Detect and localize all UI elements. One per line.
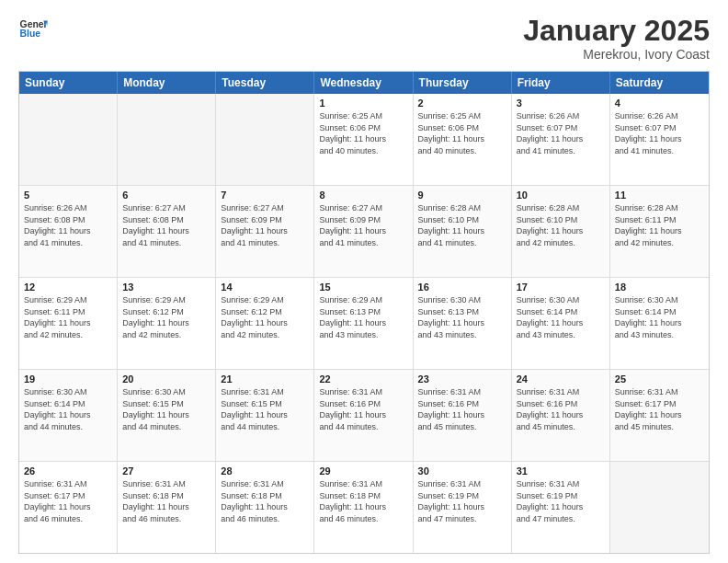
day-info: Sunrise: 6:29 AMSunset: 6:12 PMDaylight:…: [122, 294, 210, 340]
day-number: 13: [122, 282, 210, 293]
day-number: 2: [418, 98, 506, 109]
day-info: Sunrise: 6:29 AMSunset: 6:11 PMDaylight:…: [24, 294, 112, 340]
day-info: Sunrise: 6:29 AMSunset: 6:13 PMDaylight:…: [319, 294, 407, 340]
calendar-cell: 19Sunrise: 6:30 AMSunset: 6:14 PMDayligh…: [19, 370, 118, 461]
svg-text:Blue: Blue: [20, 29, 41, 39]
day-number: 17: [517, 282, 605, 293]
calendar-cell: 24Sunrise: 6:31 AMSunset: 6:16 PMDayligh…: [512, 370, 610, 461]
day-info: Sunrise: 6:31 AMSunset: 6:18 PMDaylight:…: [122, 478, 210, 524]
logo-icon: General Blue: [18, 15, 48, 44]
calendar-row: 26Sunrise: 6:31 AMSunset: 6:17 PMDayligh…: [19, 462, 709, 553]
calendar-cell: 29Sunrise: 6:31 AMSunset: 6:18 PMDayligh…: [314, 462, 413, 553]
day-number: 8: [319, 190, 407, 201]
calendar-cell: 23Sunrise: 6:31 AMSunset: 6:16 PMDayligh…: [414, 370, 512, 461]
day-info: Sunrise: 6:30 AMSunset: 6:14 PMDaylight:…: [24, 386, 112, 432]
day-info: Sunrise: 6:30 AMSunset: 6:14 PMDaylight:…: [615, 294, 704, 340]
day-info: Sunrise: 6:31 AMSunset: 6:16 PMDaylight:…: [319, 386, 407, 432]
day-info: Sunrise: 6:28 AMSunset: 6:10 PMDaylight:…: [517, 202, 605, 248]
calendar-cell: [19, 94, 118, 185]
calendar-cell: 21Sunrise: 6:31 AMSunset: 6:15 PMDayligh…: [216, 370, 314, 461]
calendar-cell: 18Sunrise: 6:30 AMSunset: 6:14 PMDayligh…: [610, 278, 709, 369]
day-number: 12: [24, 282, 112, 293]
day-number: 5: [24, 190, 112, 201]
weekday-header-wednesday: Wednesday: [314, 72, 413, 94]
calendar-cell: 10Sunrise: 6:28 AMSunset: 6:10 PMDayligh…: [512, 186, 610, 277]
day-info: Sunrise: 6:27 AMSunset: 6:08 PMDaylight:…: [122, 202, 210, 248]
calendar-cell: 4Sunrise: 6:26 AMSunset: 6:07 PMDaylight…: [610, 94, 709, 185]
day-info: Sunrise: 6:31 AMSunset: 6:19 PMDaylight:…: [517, 478, 605, 524]
day-info: Sunrise: 6:31 AMSunset: 6:18 PMDaylight:…: [221, 478, 309, 524]
day-number: 22: [319, 373, 407, 385]
day-info: Sunrise: 6:30 AMSunset: 6:15 PMDaylight:…: [122, 386, 210, 432]
calendar: SundayMondayTuesdayWednesdayThursdayFrid…: [18, 71, 710, 554]
day-info: Sunrise: 6:29 AMSunset: 6:12 PMDaylight:…: [221, 294, 309, 340]
calendar-row: 12Sunrise: 6:29 AMSunset: 6:11 PMDayligh…: [19, 278, 709, 370]
day-number: 7: [221, 190, 309, 201]
calendar-cell: 17Sunrise: 6:30 AMSunset: 6:14 PMDayligh…: [512, 278, 610, 369]
calendar-cell: 20Sunrise: 6:30 AMSunset: 6:15 PMDayligh…: [118, 370, 216, 461]
day-number: 21: [221, 373, 309, 385]
calendar-cell: 15Sunrise: 6:29 AMSunset: 6:13 PMDayligh…: [314, 278, 413, 369]
day-number: 4: [615, 98, 704, 109]
day-info: Sunrise: 6:28 AMSunset: 6:11 PMDaylight:…: [615, 202, 704, 248]
weekday-header-saturday: Saturday: [610, 72, 709, 94]
day-number: 16: [418, 282, 506, 293]
calendar-cell: [118, 94, 216, 185]
calendar-body: 1Sunrise: 6:25 AMSunset: 6:06 PMDaylight…: [19, 94, 709, 553]
calendar-row: 5Sunrise: 6:26 AMSunset: 6:08 PMDaylight…: [19, 186, 709, 278]
day-number: 20: [122, 373, 210, 385]
calendar-cell: 26Sunrise: 6:31 AMSunset: 6:17 PMDayligh…: [19, 462, 118, 553]
day-number: 27: [122, 465, 210, 477]
calendar-row: 1Sunrise: 6:25 AMSunset: 6:06 PMDaylight…: [19, 94, 709, 186]
day-info: Sunrise: 6:31 AMSunset: 6:19 PMDaylight:…: [418, 478, 506, 524]
weekday-header-sunday: Sunday: [19, 72, 118, 94]
day-info: Sunrise: 6:26 AMSunset: 6:07 PMDaylight:…: [517, 110, 605, 156]
day-number: 23: [418, 373, 506, 385]
day-number: 11: [615, 190, 704, 201]
day-info: Sunrise: 6:31 AMSunset: 6:17 PMDaylight:…: [615, 386, 704, 432]
calendar-cell: 7Sunrise: 6:27 AMSunset: 6:09 PMDaylight…: [216, 186, 314, 277]
day-number: 14: [221, 282, 309, 293]
day-number: 6: [122, 190, 210, 201]
day-info: Sunrise: 6:31 AMSunset: 6:16 PMDaylight:…: [418, 386, 506, 432]
month-title: January 2025: [523, 15, 710, 47]
day-info: Sunrise: 6:27 AMSunset: 6:09 PMDaylight:…: [221, 202, 309, 248]
calendar-cell: 1Sunrise: 6:25 AMSunset: 6:06 PMDaylight…: [314, 94, 413, 185]
calendar-cell: [216, 94, 314, 185]
calendar-cell: 8Sunrise: 6:27 AMSunset: 6:09 PMDaylight…: [314, 186, 413, 277]
day-number: 30: [418, 465, 506, 477]
day-info: Sunrise: 6:30 AMSunset: 6:14 PMDaylight:…: [517, 294, 605, 340]
day-number: 25: [615, 373, 704, 385]
calendar-cell: 13Sunrise: 6:29 AMSunset: 6:12 PMDayligh…: [118, 278, 216, 369]
day-info: Sunrise: 6:28 AMSunset: 6:10 PMDaylight:…: [418, 202, 506, 248]
day-info: Sunrise: 6:31 AMSunset: 6:18 PMDaylight:…: [319, 478, 407, 524]
weekday-header-thursday: Thursday: [414, 72, 512, 94]
day-info: Sunrise: 6:26 AMSunset: 6:08 PMDaylight:…: [24, 202, 112, 248]
day-number: 31: [517, 465, 605, 477]
day-number: 28: [221, 465, 309, 477]
calendar-cell: 11Sunrise: 6:28 AMSunset: 6:11 PMDayligh…: [610, 186, 709, 277]
day-info: Sunrise: 6:27 AMSunset: 6:09 PMDaylight:…: [319, 202, 407, 248]
calendar-cell: 14Sunrise: 6:29 AMSunset: 6:12 PMDayligh…: [216, 278, 314, 369]
day-number: 3: [517, 98, 605, 109]
calendar-cell: 5Sunrise: 6:26 AMSunset: 6:08 PMDaylight…: [19, 186, 118, 277]
day-number: 9: [418, 190, 506, 201]
calendar-cell: 6Sunrise: 6:27 AMSunset: 6:08 PMDaylight…: [118, 186, 216, 277]
weekday-header-friday: Friday: [512, 72, 610, 94]
day-number: 1: [319, 98, 407, 109]
day-number: 26: [24, 465, 112, 477]
day-number: 10: [517, 190, 605, 201]
day-number: 19: [24, 373, 112, 385]
day-info: Sunrise: 6:30 AMSunset: 6:13 PMDaylight:…: [418, 294, 506, 340]
calendar-cell: 16Sunrise: 6:30 AMSunset: 6:13 PMDayligh…: [414, 278, 512, 369]
calendar-cell: 27Sunrise: 6:31 AMSunset: 6:18 PMDayligh…: [118, 462, 216, 553]
calendar-cell: 28Sunrise: 6:31 AMSunset: 6:18 PMDayligh…: [216, 462, 314, 553]
day-info: Sunrise: 6:31 AMSunset: 6:15 PMDaylight:…: [221, 386, 309, 432]
day-info: Sunrise: 6:25 AMSunset: 6:06 PMDaylight:…: [418, 110, 506, 156]
calendar-cell: 22Sunrise: 6:31 AMSunset: 6:16 PMDayligh…: [314, 370, 413, 461]
calendar-cell: 25Sunrise: 6:31 AMSunset: 6:17 PMDayligh…: [610, 370, 709, 461]
day-info: Sunrise: 6:26 AMSunset: 6:07 PMDaylight:…: [615, 110, 704, 156]
calendar-cell: 9Sunrise: 6:28 AMSunset: 6:10 PMDaylight…: [414, 186, 512, 277]
day-number: 15: [319, 282, 407, 293]
day-info: Sunrise: 6:25 AMSunset: 6:06 PMDaylight:…: [319, 110, 407, 156]
